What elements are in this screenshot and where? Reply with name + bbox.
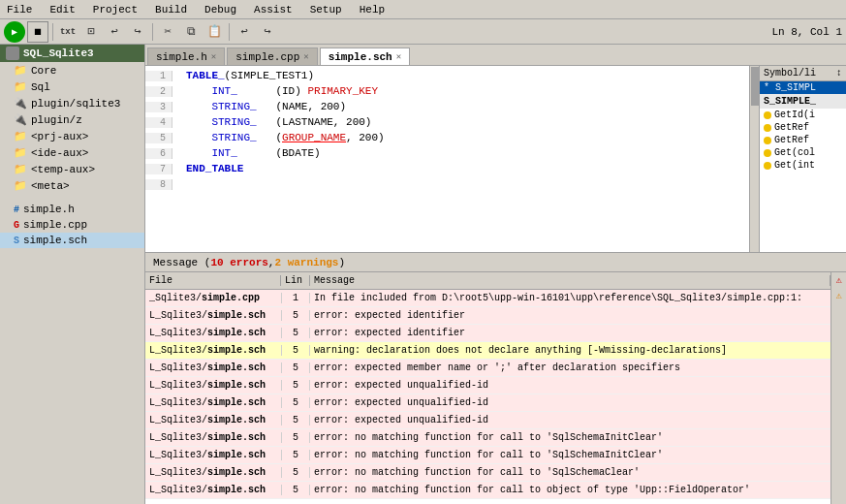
msg-line-1: 5	[281, 310, 310, 321]
msg-row-0[interactable]: _Sqlite3/simple.cpp1In file included fro…	[145, 290, 830, 307]
msg-row-8[interactable]: L_Sqlite3/simple.sch5error: no matching …	[145, 429, 830, 447]
sidebar-item-core[interactable]: 📁 Core	[0, 62, 144, 79]
sidebar-item-sql[interactable]: 📁 Sql	[0, 79, 144, 95]
menu-project[interactable]: Project	[90, 3, 141, 16]
symbol-item-header-1: S_SIMPLE_	[760, 94, 846, 109]
msg-row-2[interactable]: L_Sqlite3/simple.sch5error: expected ide…	[145, 325, 830, 342]
sidebar-item-temp-aux[interactable]: 📁 <temp-aux>	[0, 161, 144, 177]
sidebar-item-ide-aux[interactable]: 📁 <ide-aux>	[0, 144, 144, 161]
toolbar-separator-3	[229, 23, 230, 41]
msg-line-9: 5	[281, 450, 310, 460]
symbol-dot-get-int	[764, 162, 771, 170]
menu-file[interactable]: File	[4, 3, 35, 16]
error-icon[interactable]: ⚠	[833, 274, 845, 286]
stop-button[interactable]: ⏹	[27, 21, 48, 43]
symbol-item-s-simpl-selected[interactable]: * S_SIMPL	[760, 81, 846, 94]
warning-icon[interactable]: ⚠	[833, 290, 845, 301]
msg-file-bold-2: simple.sch	[207, 328, 266, 338]
msg-row-9[interactable]: L_Sqlite3/simple.sch5error: no matching …	[145, 447, 830, 464]
run-button[interactable]: ▶	[4, 21, 25, 43]
msg-row-1[interactable]: L_Sqlite3/simple.sch5error: expected ide…	[145, 307, 830, 325]
line-content-5: STRING_ (GROUP_NAME, 200)	[178, 132, 385, 143]
folder-icon-core: 📁	[14, 64, 27, 77]
toolbar-btn-5[interactable]: ✂	[157, 21, 178, 43]
sidebar-file-simple-h[interactable]: # simple.h	[0, 202, 144, 217]
msg-row-4[interactable]: L_Sqlite3/simple.sch5error: expected mem…	[145, 360, 830, 377]
toolbar-btn-4[interactable]: ↪	[127, 21, 148, 43]
symbol-item-getref-1[interactable]: GetRef	[760, 121, 846, 134]
menu-setup[interactable]: Setup	[307, 3, 345, 16]
menu-help[interactable]: Help	[357, 3, 388, 16]
symbol-item-getref-2[interactable]: GetRef	[760, 134, 846, 146]
sidebar-item-plugin-z[interactable]: 🔌 plugin/z	[0, 111, 144, 128]
toolbar-btn-7[interactable]: 📋	[204, 21, 225, 43]
toolbar-btn-6[interactable]: ⧉	[180, 21, 202, 43]
sidebar-file-label-h: simple.h	[23, 204, 75, 215]
editor-line-2: 2 INT_ (ID) PRIMARY_KEY	[145, 83, 759, 99]
msg-file-2: L_Sqlite3/simple.sch	[145, 328, 281, 338]
msg-row-7[interactable]: L_Sqlite3/simple.sch5error: expected unq…	[145, 412, 830, 429]
sidebar-item-label-sql: Sql	[31, 81, 50, 93]
tab-simple-cpp[interactable]: simple.cpp ✕	[227, 47, 317, 65]
symbol-panel-sort-icon[interactable]: ↕	[836, 68, 842, 79]
msg-row-11[interactable]: L_Sqlite3/simple.sch5error: no matching …	[145, 482, 830, 499]
tab-close-simple-h[interactable]: ✕	[211, 51, 216, 62]
toolbar-btn-9[interactable]: ↪	[257, 21, 278, 43]
msg-file-5: L_Sqlite3/simple.sch	[145, 380, 281, 391]
symbol-item-get-int[interactable]: Get(int	[760, 159, 846, 172]
editor[interactable]: 1 TABLE_(SIMPLE_TEST1) 2 INT_ (ID) PRIMA…	[145, 66, 759, 252]
msg-line-7: 5	[281, 415, 310, 425]
toolbar-txt-btn[interactable]: txt	[57, 21, 78, 43]
tab-simple-h[interactable]: simple.h ✕	[147, 47, 225, 65]
line-number-3: 3	[145, 102, 172, 112]
keyword-end-table: END_TABLE	[186, 163, 243, 174]
menubar: File Edit Project Build Debug Assist Set…	[0, 0, 846, 19]
editor-line-3: 3 STRING_ (NAME, 200)	[145, 99, 759, 114]
sidebar-item-label-plugin-z: plugin/z	[31, 114, 82, 126]
sidebar-item-plugin-sqlite3[interactable]: 🔌 plugin/sqlite3	[0, 95, 144, 111]
tab-simple-sch[interactable]: simple.sch ✕	[320, 47, 410, 65]
editor-content: 1 TABLE_(SIMPLE_TEST1) 2 INT_ (ID) PRIMA…	[145, 66, 759, 194]
msg-text-11: error: no matching function for call to …	[310, 485, 830, 495]
toolbar: ▶ ⏹ txt ⊡ ↩ ↪ ✂ ⧉ 📋 ↩ ↪ Ln 8, Col 1	[0, 19, 846, 45]
msg-row-6[interactable]: L_Sqlite3/simple.sch5error: expected unq…	[145, 394, 830, 412]
menu-build[interactable]: Build	[152, 3, 190, 16]
symbol-list: * S_SIMPL S_SIMPLE_ GetId(i	[760, 81, 846, 252]
tab-close-simple-sch[interactable]: ✕	[396, 51, 401, 62]
tab-close-simple-cpp[interactable]: ✕	[303, 51, 308, 62]
msg-file-bold-3: simple.sch	[207, 345, 266, 356]
msg-col-header-row: File Lin Message	[145, 272, 830, 290]
line-number-1: 1	[145, 71, 172, 81]
sidebar-item-meta[interactable]: 📁 <meta>	[0, 177, 144, 194]
symbol-item-getid[interactable]: GetId(i	[760, 109, 846, 121]
symbol-panel-header: Symbol/li ↕	[760, 66, 846, 81]
symbol-item-get-col[interactable]: Get(col	[760, 146, 846, 159]
col-header-line: Lin	[281, 275, 310, 286]
toolbar-btn-3[interactable]: ↩	[104, 21, 125, 43]
msg-row-10[interactable]: L_Sqlite3/simple.sch5error: no matching …	[145, 464, 830, 482]
sidebar-file-simple-cpp[interactable]: G simple.cpp	[0, 217, 144, 233]
col-header-message: Message	[310, 275, 830, 286]
msg-file-4: L_Sqlite3/simple.sch	[145, 362, 281, 373]
msg-line-0: 1	[281, 293, 310, 303]
message-table: _Sqlite3/simple.cpp1In file included fro…	[145, 290, 830, 504]
msg-text-9: error: no matching function for call to …	[310, 450, 830, 460]
menu-edit[interactable]: Edit	[47, 3, 78, 16]
msg-text-0: In file included from D:\root5\upp-win-1…	[310, 293, 830, 303]
menu-assist[interactable]: Assist	[251, 3, 296, 16]
plugin-icon-z: 🔌	[14, 113, 27, 126]
toolbar-btn-8[interactable]: ↩	[234, 21, 255, 43]
msg-row-5[interactable]: L_Sqlite3/simple.sch5error: expected unq…	[145, 377, 830, 394]
line-number-6: 6	[145, 148, 172, 159]
editor-line-4: 4 STRING_ (LASTNAME, 200)	[145, 114, 759, 130]
symbol-dot-getref-2	[764, 137, 771, 144]
editor-scrollbar-v[interactable]	[749, 66, 759, 252]
menu-debug[interactable]: Debug	[202, 3, 239, 16]
sidebar-item-prj-aux[interactable]: 📁 <prj-aux>	[0, 128, 144, 144]
msg-text-6: error: expected unqualified-id	[310, 397, 830, 408]
msg-row-3[interactable]: L_Sqlite3/simple.sch5warning: declaratio…	[145, 342, 830, 360]
symbol-header-label-1: S_SIMPLE_	[764, 96, 816, 107]
editor-scrollbar-thumb[interactable]	[751, 67, 759, 106]
toolbar-btn-2[interactable]: ⊡	[80, 21, 102, 43]
sidebar-file-simple-sch[interactable]: S simple.sch	[0, 233, 144, 248]
